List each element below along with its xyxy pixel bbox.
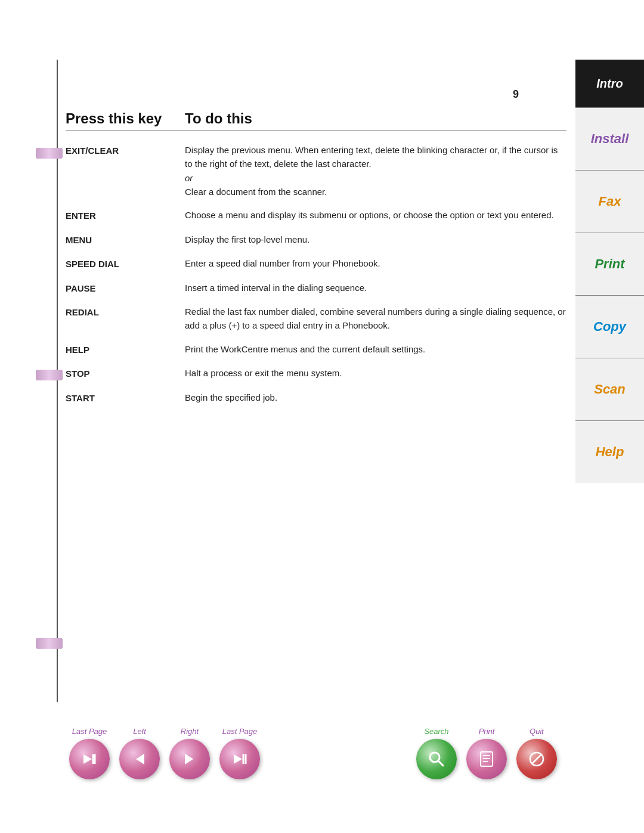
table-header: Press this key To do this bbox=[66, 110, 566, 131]
table-body: EXIT/CLEAR Display the previous menu. Wh… bbox=[66, 143, 566, 405]
nav-label-print: Print bbox=[479, 727, 495, 736]
sidebar: Intro Install Fax Print Copy Scan Help bbox=[575, 60, 644, 483]
nav-button-right[interactable] bbox=[169, 739, 210, 779]
nav-col-right: Right bbox=[166, 727, 213, 779]
table-row: PAUSE Insert a timed interval in the dia… bbox=[66, 281, 566, 296]
sidebar-tab-fax[interactable]: Fax bbox=[575, 170, 644, 233]
nav-label-left: Left bbox=[133, 727, 146, 736]
svg-marker-4 bbox=[185, 754, 193, 764]
nav-col-print: Print bbox=[463, 727, 510, 779]
desc-exit-clear: Display the previous menu. When entering… bbox=[185, 143, 566, 199]
last-page-first-icon bbox=[81, 751, 98, 767]
print-icon bbox=[478, 750, 496, 768]
nav-button-last-page-second[interactable] bbox=[219, 739, 260, 779]
nav-label-last-page-second: Last Page bbox=[222, 727, 258, 736]
sidebar-tab-print[interactable]: Print bbox=[575, 233, 644, 295]
svg-marker-0 bbox=[83, 754, 92, 764]
desc-stop: Halt a process or exit the menu system. bbox=[185, 366, 566, 380]
desc-redial: Redial the last fax number dialed, combi… bbox=[185, 305, 566, 333]
nav-label-right: Right bbox=[181, 727, 199, 736]
nav-col-quit: Quit bbox=[513, 727, 561, 779]
svg-line-15 bbox=[532, 755, 541, 763]
sidebar-tab-scan[interactable]: Scan bbox=[575, 358, 644, 420]
svg-marker-3 bbox=[136, 754, 144, 764]
binding-tab-bottom bbox=[36, 638, 63, 649]
nav-bar: Last Page Left Right Last Page bbox=[66, 727, 561, 779]
svg-marker-5 bbox=[234, 754, 242, 764]
header-col2: To do this bbox=[185, 110, 252, 127]
nav-col-last-page-first: Last Page bbox=[66, 727, 113, 779]
sidebar-tab-intro[interactable]: Intro bbox=[575, 60, 644, 107]
nav-button-last-page-first[interactable] bbox=[69, 739, 110, 779]
left-icon bbox=[131, 751, 148, 767]
desc-menu: Display the first top-level menu. bbox=[185, 233, 566, 246]
table-row: ENTER Choose a menu and display its subm… bbox=[66, 208, 566, 223]
key-speed-dial: SPEED DIAL bbox=[66, 256, 185, 271]
right-icon bbox=[181, 751, 198, 767]
key-menu: MENU bbox=[66, 233, 185, 247]
key-help: HELP bbox=[66, 342, 185, 357]
nav-button-left[interactable] bbox=[119, 739, 160, 779]
key-stop: STOP bbox=[66, 366, 185, 381]
nav-label-search: Search bbox=[424, 727, 448, 736]
desc-start: Begin the specified job. bbox=[185, 391, 566, 404]
desc-pause: Insert a timed interval in the dialing s… bbox=[185, 281, 566, 295]
sidebar-tab-install[interactable]: Install bbox=[575, 107, 644, 170]
nav-label-quit: Quit bbox=[530, 727, 544, 736]
sidebar-tab-copy[interactable]: Copy bbox=[575, 295, 644, 358]
quit-icon bbox=[528, 750, 546, 768]
key-pause: PAUSE bbox=[66, 281, 185, 296]
binding-tab-top bbox=[36, 148, 63, 159]
key-start: START bbox=[66, 391, 185, 405]
desc-enter: Choose a menu and display its submenu or… bbox=[185, 208, 566, 222]
table-row: REDIAL Redial the last fax number dialed… bbox=[66, 305, 566, 333]
svg-line-9 bbox=[438, 761, 443, 766]
table-row: EXIT/CLEAR Display the previous menu. Wh… bbox=[66, 143, 566, 199]
page-number: 9 bbox=[513, 88, 519, 101]
key-redial: REDIAL bbox=[66, 305, 185, 320]
search-icon bbox=[428, 750, 445, 768]
table-row: SPEED DIAL Enter a speed dial number fro… bbox=[66, 256, 566, 271]
binding-tab-middle bbox=[36, 370, 63, 380]
main-content: Press this key To do this EXIT/CLEAR Dis… bbox=[66, 110, 566, 414]
table-row: MENU Display the first top-level menu. bbox=[66, 233, 566, 247]
desc-help: Print the WorkCentre menus and the curre… bbox=[185, 342, 566, 356]
nav-col-left: Left bbox=[116, 727, 163, 779]
desc-speed-dial: Enter a speed dial number from your Phon… bbox=[185, 256, 566, 270]
nav-button-print[interactable] bbox=[466, 739, 507, 779]
nav-button-quit[interactable] bbox=[516, 739, 557, 779]
sidebar-tab-help[interactable]: Help bbox=[575, 420, 644, 483]
nav-button-search[interactable] bbox=[416, 739, 457, 779]
table-row: HELP Print the WorkCentre menus and the … bbox=[66, 342, 566, 357]
header-col1: Press this key bbox=[66, 110, 185, 127]
table-row: STOP Halt a process or exit the menu sys… bbox=[66, 366, 566, 381]
nav-label-last-page-first: Last Page bbox=[72, 727, 107, 736]
table-row: START Begin the specified job. bbox=[66, 391, 566, 405]
nav-col-last-page-second: Last Page bbox=[216, 727, 264, 779]
key-enter: ENTER bbox=[66, 208, 185, 223]
key-exit-clear: EXIT/CLEAR bbox=[66, 143, 185, 158]
last-page-second-icon bbox=[231, 751, 248, 767]
nav-col-search: Search bbox=[413, 727, 460, 779]
